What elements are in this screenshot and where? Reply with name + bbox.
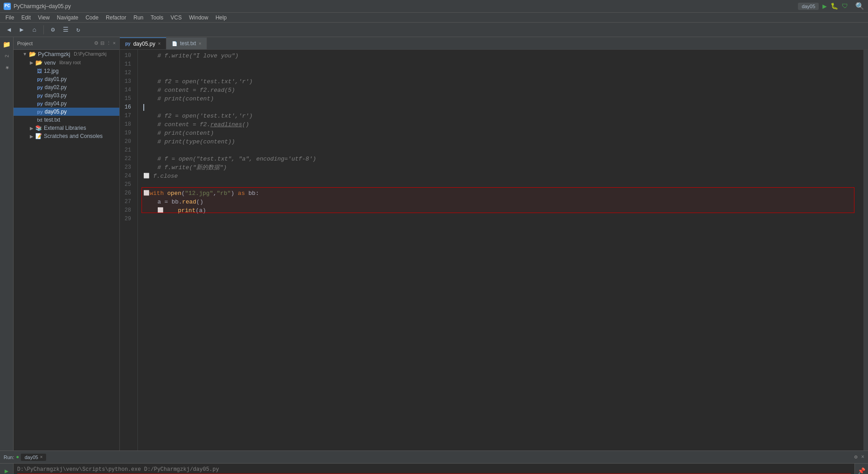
- menu-file[interactable]: File: [2, 14, 18, 22]
- code-editor[interactable]: 10 11 12 13 14 15 16 17 18 19 20 21 22 2…: [120, 50, 868, 450]
- project-gear-icon[interactable]: ⋮: [106, 40, 111, 46]
- file-12jpg-label: 12.jpg: [44, 68, 59, 74]
- tab-day05-label: day05.py: [133, 41, 156, 47]
- project-header-icons: ⚙ ⊟ ⋮ ×: [94, 40, 116, 46]
- py-icon-day05: py: [37, 109, 43, 114]
- tree-day05[interactable]: py day05.py: [14, 108, 119, 116]
- menu-run[interactable]: Run: [130, 14, 147, 22]
- run-close-icon[interactable]: ×: [861, 454, 864, 460]
- toolbar-forward[interactable]: ▶: [16, 24, 27, 35]
- root-label: PyCharmgzkj: [38, 51, 70, 57]
- tab-txt-icon: 📄: [172, 41, 177, 46]
- project-layout-icon[interactable]: ⊟: [100, 40, 104, 46]
- root-expand-icon: ▼: [23, 52, 27, 57]
- run-play-icon[interactable]: ▶: [1, 465, 12, 474]
- run-tab-day05[interactable]: day05 ×: [21, 454, 46, 461]
- venv-hint: library root: [59, 60, 80, 65]
- menu-navigate[interactable]: Navigate: [53, 14, 82, 22]
- run-button[interactable]: ▶: [822, 2, 827, 11]
- code-line-16: [143, 103, 858, 112]
- run-tab-close[interactable]: ×: [40, 455, 42, 460]
- toolbar-settings[interactable]: ⚙: [47, 24, 58, 35]
- tree-day02[interactable]: py day02.py: [14, 83, 119, 91]
- code-line-14: # content = f2.read(5): [143, 86, 858, 95]
- toolbar-list[interactable]: ☰: [60, 24, 71, 35]
- run-status-dot: ●: [16, 454, 19, 460]
- code-line-29: [143, 215, 858, 223]
- run-settings-icon[interactable]: ⚙: [854, 454, 858, 460]
- menu-view[interactable]: View: [34, 14, 53, 22]
- tree-venv[interactable]: ▶ 📂 venv library root: [14, 58, 119, 67]
- tree-scratches[interactable]: ▶ 📝 Scratches and Consoles: [14, 132, 119, 140]
- py-icon-day01: py: [37, 76, 43, 82]
- file-day01-label: day01.py: [45, 76, 67, 82]
- menu-tools[interactable]: Tools: [147, 14, 167, 22]
- root-path: D:\PyCharmgzkj: [74, 52, 106, 57]
- tree-day03[interactable]: py day03.py: [14, 91, 119, 100]
- py-icon-day04: py: [37, 101, 43, 106]
- search-everywhere[interactable]: 🔍: [855, 2, 864, 11]
- run-content: ▶ ■ ↺ ↓ 🖶 🗑 D:\PyCharmgzkj\venv\Scripts\…: [0, 464, 868, 474]
- main-layout: 📁 2 ★ Project ⚙ ⊟ ⋮ × ▼ 📂 PyCharmgzkj D:…: [0, 37, 868, 450]
- menu-edit[interactable]: Edit: [18, 14, 34, 22]
- file-name-title: day05.py: [49, 3, 71, 9]
- project-title: Project: [17, 41, 92, 46]
- venv-label: venv: [44, 60, 56, 66]
- run-right-icons: 📌: [854, 464, 868, 474]
- tree-external-libs[interactable]: ▶ 📚 External Libraries: [14, 124, 119, 132]
- run-panel-header: Run: ● day05 × ⚙ ×: [0, 451, 868, 464]
- project-settings-icon[interactable]: ⚙: [94, 40, 99, 46]
- py-icon-day03: py: [37, 93, 43, 98]
- debug-button[interactable]: 🐛: [830, 2, 838, 10]
- menu-refactor[interactable]: Refactor: [102, 14, 130, 22]
- toolbar-back[interactable]: ◀: [4, 24, 14, 35]
- side-structure-icon[interactable]: 2: [1, 51, 12, 62]
- tree-testtxt[interactable]: txt test.txt: [14, 116, 119, 124]
- scratches-icon: 📝: [35, 133, 42, 139]
- code-line-18: # content = f2.readlines(): [143, 120, 858, 129]
- run-output: D:\PyCharmgzkj\venv\Scripts\python.exe D…: [14, 464, 854, 474]
- menu-code[interactable]: Code: [82, 14, 102, 22]
- tab-py-icon-day05: py: [125, 41, 131, 46]
- code-line-27: a = bb.read(): [143, 198, 858, 206]
- side-favorites-icon[interactable]: ★: [1, 62, 12, 73]
- code-content[interactable]: # f.write("I love you") # f2 = open('tes…: [138, 50, 863, 450]
- py-icon-day02: py: [37, 85, 43, 90]
- menu-help[interactable]: Help: [212, 14, 231, 22]
- file-day02-label: day02.py: [45, 84, 67, 90]
- app-title: PyCharmgzkj: [14, 3, 46, 9]
- tab-testtxt[interactable]: 📄 test.txt ×: [166, 38, 207, 49]
- code-line-23: # f.write("新的数据"): [143, 163, 858, 172]
- txt-icon: txt: [37, 117, 42, 123]
- title-bar: PC PyCharmgzkj – day05.py day05 ▶ 🐛 🛡 🔍: [0, 0, 868, 13]
- tab-day05-close[interactable]: ×: [158, 41, 160, 46]
- project-close-icon[interactable]: ×: [113, 40, 116, 46]
- run-side-icons: ▶ ■ ↺ ↓ 🖶 🗑: [0, 464, 14, 474]
- code-line-10: # f.write("I love you"): [143, 52, 858, 60]
- app-icon: PC: [4, 3, 11, 10]
- code-line-24: ⬜ f.close: [143, 172, 858, 180]
- code-line-21: [143, 146, 858, 155]
- toolbar-sync[interactable]: ↻: [73, 24, 84, 35]
- tree-root[interactable]: ▼ 📂 PyCharmgzkj D:\PyCharmgzkj: [14, 50, 119, 58]
- file-day03-label: day03.py: [45, 92, 67, 99]
- menu-window[interactable]: Window: [185, 14, 212, 22]
- tree-day01[interactable]: py day01.py: [14, 75, 119, 83]
- run-config-dropdown[interactable]: day05: [798, 3, 819, 10]
- extlibs-icon: 📚: [35, 125, 42, 131]
- tree-12jpg[interactable]: 🖼 12.jpg: [14, 67, 119, 75]
- venv-expand-icon: ▶: [30, 60, 33, 65]
- run-pin-icon[interactable]: 📌: [856, 465, 867, 474]
- run-tab-day05-label: day05: [24, 455, 38, 460]
- right-scroll[interactable]: [863, 50, 868, 450]
- run-panel: Run: ● day05 × ⚙ × ▶ ■ ↺ ↓ 🖶 🗑 D:\PyChar…: [0, 450, 868, 474]
- tree-day04[interactable]: py day04.py: [14, 100, 119, 108]
- toolbar-home[interactable]: ⌂: [29, 24, 40, 35]
- tab-day05py[interactable]: py day05.py ×: [120, 38, 166, 49]
- code-line-26: ⬜with open("12.jpg","rb") as bb:: [143, 189, 858, 198]
- side-project-icon[interactable]: 📁: [1, 39, 12, 50]
- tab-testtxt-close[interactable]: ×: [199, 41, 202, 46]
- side-icons: 📁 2 ★: [0, 37, 14, 450]
- menu-vcs[interactable]: VCS: [167, 14, 185, 22]
- coverage-button[interactable]: 🛡: [842, 3, 848, 10]
